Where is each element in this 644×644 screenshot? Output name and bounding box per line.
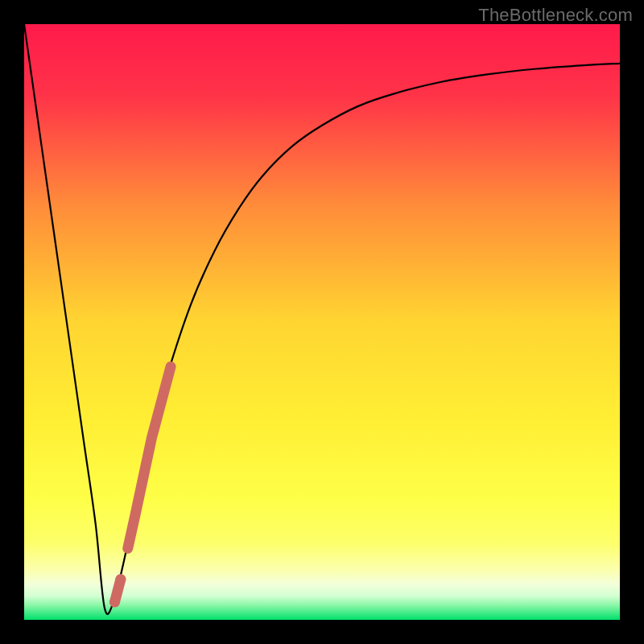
highlight-dot xyxy=(115,574,126,584)
gradient-background xyxy=(24,24,620,620)
chart-svg xyxy=(24,24,620,620)
highlight-dot xyxy=(109,597,120,607)
plot-area xyxy=(24,24,620,620)
chart-frame: TheBottleneck.com xyxy=(0,0,644,644)
watermark-text: TheBottleneck.com xyxy=(478,5,633,26)
